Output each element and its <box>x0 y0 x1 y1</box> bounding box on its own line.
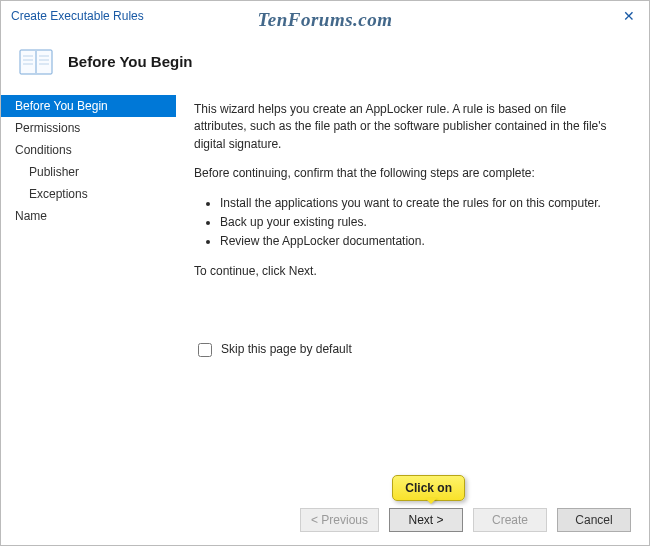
titlebar: Create Executable Rules ✕ <box>1 1 649 31</box>
before-text: Before continuing, confirm that the foll… <box>194 165 619 182</box>
wizard-body: Before You BeginPermissionsConditionsPub… <box>1 91 649 495</box>
create-button: Create <box>473 508 547 532</box>
next-button[interactable]: Next > <box>389 508 463 532</box>
intro-text: This wizard helps you create an AppLocke… <box>194 101 619 153</box>
close-button[interactable]: ✕ <box>609 1 649 31</box>
wizard-sidebar: Before You BeginPermissionsConditionsPub… <box>1 91 176 495</box>
window-title: Create Executable Rules <box>11 9 144 23</box>
previous-button: < Previous <box>300 508 379 532</box>
sidebar-item-permissions[interactable]: Permissions <box>1 117 176 139</box>
cancel-button[interactable]: Cancel <box>557 508 631 532</box>
prereq-item: Back up your existing rules. <box>220 214 619 231</box>
page-title: Before You Begin <box>68 53 192 70</box>
wizard-page-icon <box>19 46 53 76</box>
annotation-tooltip: Click on <box>392 475 465 501</box>
sidebar-item-conditions[interactable]: Conditions <box>1 139 176 161</box>
prereq-list: Install the applications you want to cre… <box>194 195 619 251</box>
wizard-content: This wizard helps you create an AppLocke… <box>176 91 649 495</box>
prereq-item: Install the applications you want to cre… <box>220 195 619 212</box>
close-icon: ✕ <box>623 8 635 24</box>
wizard-header: Before You Begin <box>1 31 649 91</box>
continue-text: To continue, click Next. <box>194 263 619 280</box>
sidebar-item-publisher[interactable]: Publisher <box>1 161 176 183</box>
skip-page-label: Skip this page by default <box>221 341 352 358</box>
sidebar-item-exceptions[interactable]: Exceptions <box>1 183 176 205</box>
sidebar-item-before-you-begin[interactable]: Before You Begin <box>1 95 176 117</box>
skip-page-checkbox[interactable] <box>198 343 212 357</box>
skip-page-checkbox-row: Skip this page by default <box>194 340 619 360</box>
wizard-footer: < Previous Next > Create Cancel <box>1 495 649 545</box>
prereq-item: Review the AppLocker documentation. <box>220 233 619 250</box>
sidebar-item-name[interactable]: Name <box>1 205 176 227</box>
